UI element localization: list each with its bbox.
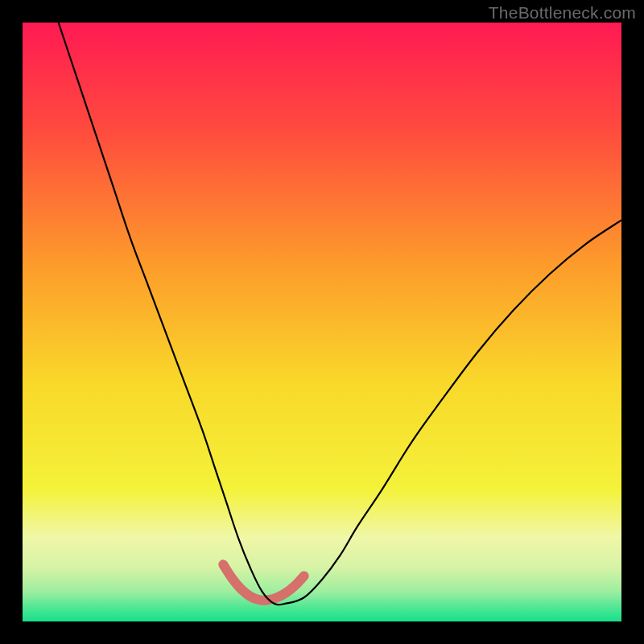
chart-stage: TheBottleneck.com bbox=[0, 0, 644, 644]
series-bottleneck-curve bbox=[59, 23, 621, 605]
plot-area bbox=[23, 23, 621, 621]
watermark-text: TheBottleneck.com bbox=[489, 3, 636, 23]
chart-curves bbox=[23, 23, 621, 621]
